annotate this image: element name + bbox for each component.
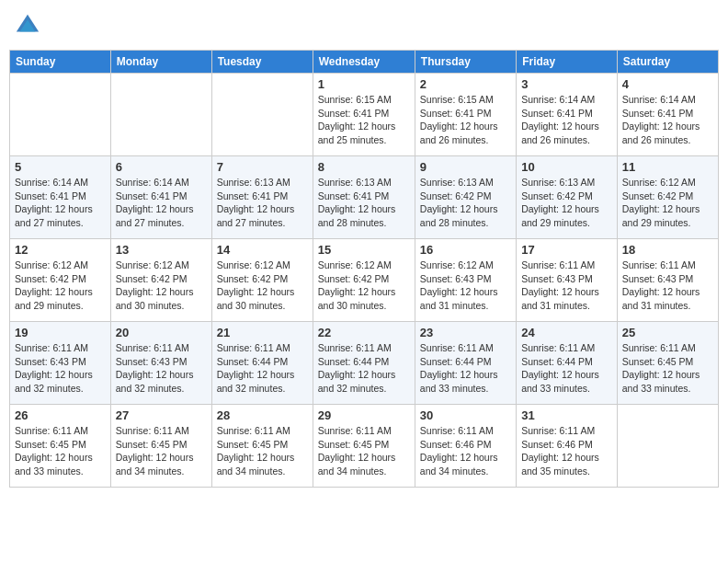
col-header-tuesday: Tuesday [211, 51, 313, 74]
day-info: Sunrise: 6:14 AMSunset: 6:41 PMDaylight:… [15, 176, 106, 230]
calendar-cell: 15Sunrise: 6:12 AMSunset: 6:42 PMDayligh… [313, 239, 415, 322]
day-number: 8 [318, 160, 410, 174]
calendar-week-row: 26Sunrise: 6:11 AMSunset: 6:45 PMDayligh… [10, 405, 719, 488]
day-info: Sunrise: 6:12 AMSunset: 6:42 PMDaylight:… [116, 259, 207, 313]
day-info: Sunrise: 6:12 AMSunset: 6:42 PMDaylight:… [15, 259, 106, 313]
calendar-cell: 26Sunrise: 6:11 AMSunset: 6:45 PMDayligh… [10, 405, 111, 488]
calendar-cell: 1Sunrise: 6:15 AMSunset: 6:41 PMDaylight… [313, 74, 415, 156]
calendar-cell: 2Sunrise: 6:15 AMSunset: 6:41 PMDaylight… [415, 74, 516, 156]
calendar-cell: 21Sunrise: 6:11 AMSunset: 6:44 PMDayligh… [211, 322, 313, 405]
day-number: 6 [116, 160, 207, 174]
col-header-saturday: Saturday [617, 51, 718, 74]
day-number: 31 [521, 408, 612, 422]
day-number: 19 [15, 326, 106, 339]
day-number: 4 [622, 77, 713, 91]
col-header-wednesday: Wednesday [313, 51, 415, 74]
day-info: Sunrise: 6:13 AMSunset: 6:41 PMDaylight:… [217, 176, 308, 230]
calendar-cell: 10Sunrise: 6:13 AMSunset: 6:42 PMDayligh… [517, 156, 618, 239]
day-info: Sunrise: 6:11 AMSunset: 6:43 PMDaylight:… [15, 341, 106, 396]
day-info: Sunrise: 6:12 AMSunset: 6:43 PMDaylight:… [420, 259, 511, 313]
calendar-cell: 12Sunrise: 6:12 AMSunset: 6:42 PMDayligh… [10, 239, 111, 322]
day-number: 24 [521, 326, 612, 339]
calendar-cell: 7Sunrise: 6:13 AMSunset: 6:41 PMDaylight… [211, 156, 313, 239]
day-info: Sunrise: 6:14 AMSunset: 6:41 PMDaylight:… [116, 176, 207, 230]
day-info: Sunrise: 6:11 AMSunset: 6:45 PMDaylight:… [318, 424, 410, 478]
calendar-cell [110, 74, 211, 156]
day-info: Sunrise: 6:11 AMSunset: 6:44 PMDaylight:… [521, 341, 612, 396]
calendar-cell: 30Sunrise: 6:11 AMSunset: 6:46 PMDayligh… [415, 405, 516, 488]
calendar-cell: 27Sunrise: 6:11 AMSunset: 6:45 PMDayligh… [110, 405, 211, 488]
calendar-table: SundayMondayTuesdayWednesdayThursdayFrid… [9, 50, 719, 488]
page-header [9, 9, 719, 42]
day-info: Sunrise: 6:11 AMSunset: 6:45 PMDaylight:… [217, 424, 308, 478]
day-info: Sunrise: 6:12 AMSunset: 6:42 PMDaylight:… [318, 259, 410, 313]
calendar-cell: 14Sunrise: 6:12 AMSunset: 6:42 PMDayligh… [211, 239, 313, 322]
day-number: 15 [318, 243, 410, 257]
calendar-cell: 5Sunrise: 6:14 AMSunset: 6:41 PMDaylight… [10, 156, 111, 239]
day-number: 1 [318, 77, 410, 91]
calendar-cell: 16Sunrise: 6:12 AMSunset: 6:43 PMDayligh… [415, 239, 516, 322]
day-info: Sunrise: 6:13 AMSunset: 6:42 PMDaylight:… [521, 176, 612, 230]
day-info: Sunrise: 6:11 AMSunset: 6:44 PMDaylight:… [318, 341, 410, 396]
day-number: 27 [116, 408, 207, 422]
day-info: Sunrise: 6:11 AMSunset: 6:45 PMDaylight:… [116, 424, 207, 478]
calendar-cell: 23Sunrise: 6:11 AMSunset: 6:44 PMDayligh… [415, 322, 516, 405]
calendar-cell: 3Sunrise: 6:14 AMSunset: 6:41 PMDaylight… [517, 74, 618, 156]
day-info: Sunrise: 6:14 AMSunset: 6:41 PMDaylight:… [622, 93, 713, 147]
day-info: Sunrise: 6:12 AMSunset: 6:42 PMDaylight:… [217, 259, 308, 313]
calendar-cell: 13Sunrise: 6:12 AMSunset: 6:42 PMDayligh… [110, 239, 211, 322]
calendar-week-row: 5Sunrise: 6:14 AMSunset: 6:41 PMDaylight… [10, 156, 719, 239]
day-number: 3 [521, 77, 612, 91]
day-number: 26 [15, 408, 106, 422]
day-info: Sunrise: 6:11 AMSunset: 6:44 PMDaylight:… [420, 341, 511, 396]
calendar-week-row: 12Sunrise: 6:12 AMSunset: 6:42 PMDayligh… [10, 239, 719, 322]
day-info: Sunrise: 6:11 AMSunset: 6:45 PMDaylight:… [15, 424, 106, 478]
calendar-cell: 20Sunrise: 6:11 AMSunset: 6:43 PMDayligh… [110, 322, 211, 405]
day-info: Sunrise: 6:11 AMSunset: 6:44 PMDaylight:… [217, 341, 308, 396]
calendar-cell: 6Sunrise: 6:14 AMSunset: 6:41 PMDaylight… [110, 156, 211, 239]
calendar-cell [211, 74, 313, 156]
day-number: 13 [116, 243, 207, 257]
day-number: 29 [318, 408, 410, 422]
col-header-monday: Monday [110, 51, 211, 74]
calendar-cell: 4Sunrise: 6:14 AMSunset: 6:41 PMDaylight… [617, 74, 718, 156]
calendar-cell: 25Sunrise: 6:11 AMSunset: 6:45 PMDayligh… [617, 322, 718, 405]
day-number: 11 [622, 160, 713, 174]
calendar-cell: 8Sunrise: 6:13 AMSunset: 6:41 PMDaylight… [313, 156, 415, 239]
calendar-cell: 11Sunrise: 6:12 AMSunset: 6:42 PMDayligh… [617, 156, 718, 239]
calendar-cell: 9Sunrise: 6:13 AMSunset: 6:42 PMDaylight… [415, 156, 516, 239]
day-number: 21 [217, 326, 308, 339]
day-info: Sunrise: 6:11 AMSunset: 6:43 PMDaylight:… [622, 259, 713, 313]
calendar-cell: 31Sunrise: 6:11 AMSunset: 6:46 PMDayligh… [517, 405, 618, 488]
day-number: 22 [318, 326, 410, 339]
day-info: Sunrise: 6:12 AMSunset: 6:42 PMDaylight:… [622, 176, 713, 230]
day-number: 2 [420, 77, 511, 91]
calendar-cell: 29Sunrise: 6:11 AMSunset: 6:45 PMDayligh… [313, 405, 415, 488]
day-info: Sunrise: 6:11 AMSunset: 6:43 PMDaylight:… [116, 341, 207, 396]
day-number: 25 [622, 326, 713, 339]
day-number: 9 [420, 160, 511, 174]
col-header-thursday: Thursday [415, 51, 516, 74]
calendar-cell: 19Sunrise: 6:11 AMSunset: 6:43 PMDayligh… [10, 322, 111, 405]
calendar-header-row: SundayMondayTuesdayWednesdayThursdayFrid… [10, 51, 719, 74]
logo-icon [15, 13, 40, 39]
day-info: Sunrise: 6:11 AMSunset: 6:46 PMDaylight:… [521, 424, 612, 478]
calendar-cell: 28Sunrise: 6:11 AMSunset: 6:45 PMDayligh… [211, 405, 313, 488]
day-number: 20 [116, 326, 207, 339]
day-info: Sunrise: 6:15 AMSunset: 6:41 PMDaylight:… [420, 93, 511, 147]
day-number: 14 [217, 243, 308, 257]
day-number: 28 [217, 408, 308, 422]
day-number: 17 [521, 243, 612, 257]
day-number: 23 [420, 326, 511, 339]
day-info: Sunrise: 6:13 AMSunset: 6:42 PMDaylight:… [420, 176, 511, 230]
calendar-week-row: 19Sunrise: 6:11 AMSunset: 6:43 PMDayligh… [10, 322, 719, 405]
calendar-week-row: 1Sunrise: 6:15 AMSunset: 6:41 PMDaylight… [10, 74, 719, 156]
calendar-cell: 18Sunrise: 6:11 AMSunset: 6:43 PMDayligh… [617, 239, 718, 322]
day-info: Sunrise: 6:11 AMSunset: 6:45 PMDaylight:… [622, 341, 713, 396]
calendar-cell [10, 74, 111, 156]
calendar-cell [617, 405, 718, 488]
day-number: 7 [217, 160, 308, 174]
day-info: Sunrise: 6:15 AMSunset: 6:41 PMDaylight:… [318, 93, 410, 147]
day-info: Sunrise: 6:13 AMSunset: 6:41 PMDaylight:… [318, 176, 410, 230]
col-header-friday: Friday [517, 51, 618, 74]
